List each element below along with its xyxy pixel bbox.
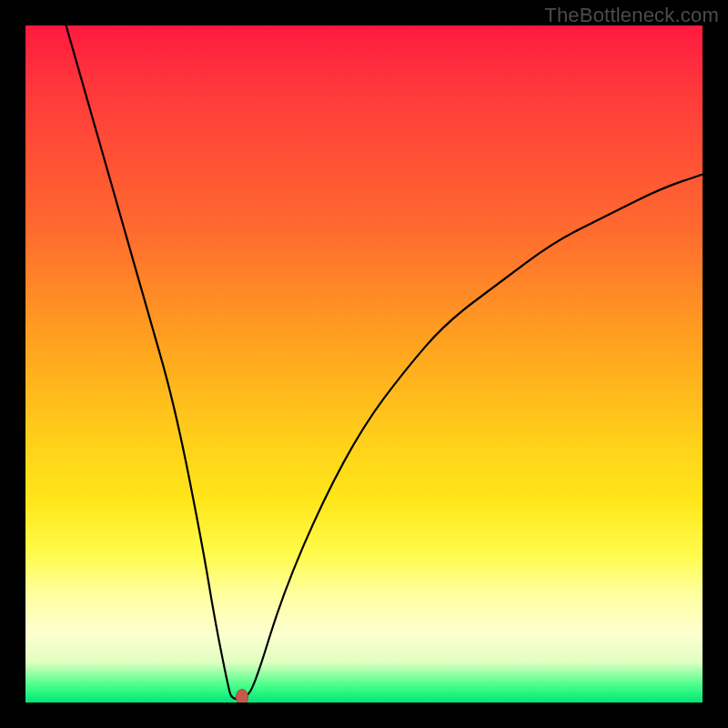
minimum-marker-icon <box>236 689 248 703</box>
watermark-text: TheBottleneck.com <box>544 4 719 27</box>
chart-frame: TheBottleneck.com <box>0 0 728 728</box>
bottleneck-curve <box>25 25 703 703</box>
plot-area <box>25 25 703 703</box>
